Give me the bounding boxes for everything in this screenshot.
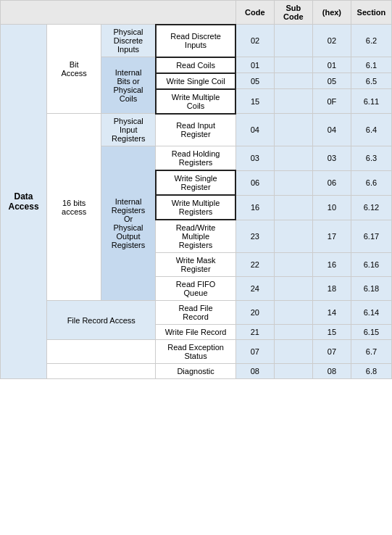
section-615: 6.15 — [351, 325, 391, 340]
section-618: 6.18 — [351, 277, 391, 301]
subcode-21 — [274, 325, 312, 340]
section-header: Section — [351, 1, 391, 25]
subcode-08 — [274, 364, 312, 379]
physical-input-registers-cell: PhysicalInputRegisters — [101, 114, 156, 146]
section-616: 6.16 — [351, 253, 391, 277]
code-06: 06 — [235, 170, 274, 195]
hex-15: 15 — [312, 325, 351, 340]
write-single-register-cell: Write SingleRegister — [156, 170, 235, 195]
subcode-16 — [274, 195, 312, 220]
hex-header: (hex) — [312, 1, 351, 25]
table-row: File Record Access Read FileRecord 20 14… — [1, 301, 392, 325]
write-multiple-registers-cell: Write MultipleRegisters — [156, 195, 235, 220]
subcode-header: Sub Code — [274, 1, 312, 25]
read-fifo-queue-cell: Read FIFOQueue — [156, 277, 235, 301]
write-single-coil-cell: Write Single Coil — [156, 73, 235, 89]
hex-02: 02 — [312, 25, 351, 57]
data-access-cell: DataAccess — [1, 25, 47, 379]
subcode-20 — [274, 301, 312, 325]
internal-bits-cell: InternalBits orPhysicalCoils — [101, 57, 156, 114]
hex-01: 01 — [312, 57, 351, 73]
subcode-02 — [274, 25, 312, 57]
subcode-15 — [274, 89, 312, 114]
bit-access-cell: BitAccess — [47, 25, 101, 114]
read-holding-registers-cell: Read HoldingRegisters — [156, 146, 235, 171]
access-header — [1, 1, 236, 25]
code-05: 05 — [235, 73, 274, 89]
code-23: 23 — [235, 220, 274, 253]
section-66: 6.6 — [351, 170, 391, 195]
subcode-07 — [274, 340, 312, 364]
code-24: 24 — [235, 277, 274, 301]
code-08: 08 — [235, 364, 274, 379]
subcode-03 — [274, 146, 312, 171]
read-exception-status-cell: Read ExceptionStatus — [156, 340, 235, 364]
section-617: 6.17 — [351, 220, 391, 253]
read-file-record-cell: Read FileRecord — [156, 301, 235, 325]
table-row: DataAccess BitAccess PhysicalDiscreteInp… — [1, 25, 392, 57]
hex-14: 14 — [312, 301, 351, 325]
subcode-24 — [274, 277, 312, 301]
write-mask-register-cell: Write MaskRegister — [156, 253, 235, 277]
subcode-01 — [274, 57, 312, 73]
section-64: 6.4 — [351, 114, 391, 146]
code-16: 16 — [235, 195, 274, 220]
16bits-access-cell: 16 bitsaccess — [47, 114, 101, 301]
section-614: 6.14 — [351, 301, 391, 325]
table-row: Read ExceptionStatus 07 07 6.7 — [1, 340, 392, 364]
table-row: 16 bitsaccess PhysicalInputRegisters Rea… — [1, 114, 392, 146]
read-coils-cell: Read Coils — [156, 57, 235, 73]
hex-17: 17 — [312, 220, 351, 253]
empty-cell-15 — [47, 364, 156, 379]
empty-cell-14 — [47, 340, 156, 364]
file-record-access-cell: File Record Access — [47, 301, 156, 340]
code-07: 07 — [235, 340, 274, 364]
hex-05: 05 — [312, 73, 351, 89]
section-62: 6.2 — [351, 25, 391, 57]
subcode-06 — [274, 170, 312, 195]
section-63: 6.3 — [351, 146, 391, 171]
hex-0f: 0F — [312, 89, 351, 114]
section-65: 6.5 — [351, 73, 391, 89]
hex-07: 07 — [312, 340, 351, 364]
code-22: 22 — [235, 253, 274, 277]
read-discrete-inputs-cell: Read DiscreteInputs — [156, 25, 235, 57]
hex-03: 03 — [312, 146, 351, 171]
write-multiple-coils-cell: Write MultipleCoils — [156, 89, 235, 114]
section-612: 6.12 — [351, 195, 391, 220]
section-67: 6.7 — [351, 340, 391, 364]
hex-06: 06 — [312, 170, 351, 195]
subcode-23 — [274, 220, 312, 253]
physical-discrete-inputs-cell: PhysicalDiscreteInputs — [101, 25, 156, 57]
hex-08: 08 — [312, 364, 351, 379]
code-header: Code — [235, 1, 274, 25]
table-row: Diagnostic 08 08 6.8 — [1, 364, 392, 379]
code-21: 21 — [235, 325, 274, 340]
hex-16: 16 — [312, 253, 351, 277]
code-20: 20 — [235, 301, 274, 325]
code-01: 01 — [235, 57, 274, 73]
section-61: 6.1 — [351, 57, 391, 73]
write-file-record-cell: Write File Record — [156, 325, 235, 340]
hex-04: 04 — [312, 114, 351, 146]
section-611: 6.11 — [351, 89, 391, 114]
readwrite-multiple-registers-cell: Read/WriteMultipleRegisters — [156, 220, 235, 253]
code-15: 15 — [235, 89, 274, 114]
code-02: 02 — [235, 25, 274, 57]
diagnostic-cell: Diagnostic — [156, 364, 235, 379]
subcode-05 — [274, 73, 312, 89]
hex-18: 18 — [312, 277, 351, 301]
read-input-register-cell: Read InputRegister — [156, 114, 235, 146]
code-03: 03 — [235, 146, 274, 171]
subcode-04 — [274, 114, 312, 146]
code-04: 04 — [235, 114, 274, 146]
internal-registers-cell: InternalRegistersOrPhysicalOutputRegiste… — [101, 146, 156, 301]
subcode-22 — [274, 253, 312, 277]
hex-10: 10 — [312, 195, 351, 220]
section-68: 6.8 — [351, 364, 391, 379]
